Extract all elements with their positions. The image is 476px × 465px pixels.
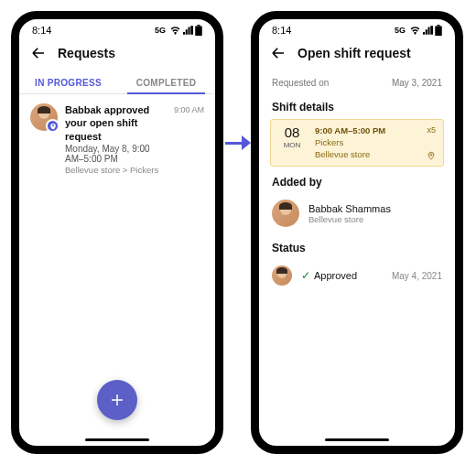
shift-badge-icon xyxy=(46,119,60,133)
request-meta: Bellevue store > Pickers xyxy=(65,165,167,175)
wifi-icon xyxy=(409,26,421,35)
flow-arrow-icon xyxy=(225,135,251,150)
header: Requests xyxy=(19,38,215,70)
requested-on-date: May 3, 2021 xyxy=(392,78,442,88)
check-icon: ✓ xyxy=(301,269,310,282)
svg-rect-3 xyxy=(438,25,440,27)
shift-details-heading: Shift details xyxy=(259,92,455,119)
battery-icon xyxy=(195,25,202,36)
home-indicator[interactable] xyxy=(85,438,149,441)
added-by-heading: Added by xyxy=(259,167,455,194)
network-label: 5G xyxy=(155,26,166,35)
shift-count: x5 xyxy=(427,125,436,135)
plus-icon xyxy=(109,392,125,408)
back-icon[interactable] xyxy=(30,45,47,61)
battery-icon xyxy=(435,25,442,36)
status-icons: 5G xyxy=(395,25,442,36)
page-title: Open shift request xyxy=(298,46,411,60)
shift-day-name: MON xyxy=(278,141,306,149)
shift-card[interactable]: 08 MON 9:00 AM–5:00 PM Pickers Bellevue … xyxy=(270,119,444,167)
shift-side: x5 xyxy=(427,125,436,160)
request-list-item[interactable]: Babbak approved your open shift request … xyxy=(19,94,215,184)
status-icons: 5G xyxy=(155,25,202,36)
status-bar: 8:14 5G xyxy=(19,19,215,38)
wifi-icon xyxy=(169,26,181,35)
avatar xyxy=(272,265,292,286)
phone-requests-list: 8:14 5G Requests IN PROGRESS COMPLETED B… xyxy=(11,11,223,454)
back-icon[interactable] xyxy=(270,45,287,61)
shift-group: Pickers xyxy=(315,137,417,149)
network-label: 5G xyxy=(395,26,406,35)
svg-rect-0 xyxy=(195,27,202,37)
status-time: 8:14 xyxy=(32,25,51,36)
header: Open shift request xyxy=(259,38,455,70)
requested-on-row: Requested on May 3, 2021 xyxy=(259,70,455,92)
phone-request-detail: 8:14 5G Open shift request Requested on … xyxy=(251,11,463,454)
request-item-body: Babbak approved your open shift request … xyxy=(65,103,167,175)
avatar xyxy=(30,103,58,131)
location-pin-icon xyxy=(427,151,436,160)
page-title: Requests xyxy=(58,46,115,60)
tabs: IN PROGRESS COMPLETED xyxy=(19,70,215,94)
shift-date: 08 MON xyxy=(278,125,306,160)
shift-day-number: 08 xyxy=(278,125,306,139)
added-by-store: Bellevue store xyxy=(308,214,391,224)
home-indicator[interactable] xyxy=(325,438,389,441)
status-date: May 4, 2021 xyxy=(392,271,442,281)
shift-location: Bellevue store xyxy=(315,149,417,161)
status-row: ✓Approved May 4, 2021 xyxy=(259,260,455,291)
request-subtitle: Monday, May 8, 9:00 AM–5:00 PM xyxy=(65,144,167,164)
avatar xyxy=(272,200,299,227)
signal-icon xyxy=(183,26,193,35)
shift-info: 9:00 AM–5:00 PM Pickers Bellevue store xyxy=(315,125,417,160)
tab-in-progress[interactable]: IN PROGRESS xyxy=(19,70,117,93)
status-value: ✓Approved xyxy=(301,269,357,282)
svg-rect-1 xyxy=(198,25,200,27)
status-time: 8:14 xyxy=(272,25,291,36)
request-time: 9:00 AM xyxy=(174,105,204,114)
requested-on-label: Requested on xyxy=(272,78,329,88)
shift-time: 9:00 AM–5:00 PM xyxy=(315,125,417,137)
added-by-row[interactable]: Babbak Shammas Bellevue store xyxy=(259,194,455,232)
tab-completed[interactable]: COMPLETED xyxy=(117,70,215,93)
added-by-name: Babbak Shammas xyxy=(308,203,391,214)
status-heading: Status xyxy=(259,232,455,260)
status-bar: 8:14 5G xyxy=(259,19,455,38)
signal-icon xyxy=(423,26,433,35)
svg-rect-2 xyxy=(435,27,442,37)
add-button[interactable] xyxy=(97,380,137,420)
request-title: Babbak approved your open shift request xyxy=(65,103,167,143)
svg-point-4 xyxy=(430,155,432,157)
